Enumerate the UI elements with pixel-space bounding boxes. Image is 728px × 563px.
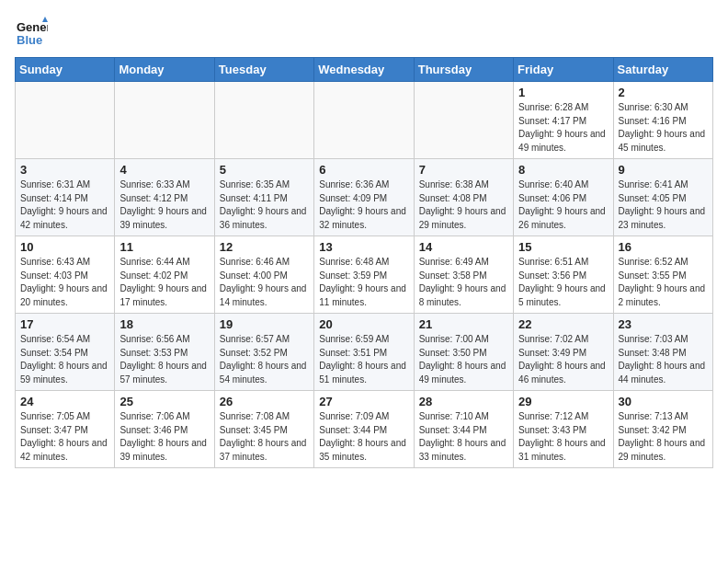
calendar-cell: 18Sunrise: 6:56 AM Sunset: 3:53 PM Dayli… xyxy=(115,314,214,391)
day-info: Sunrise: 6:36 AM Sunset: 4:09 PM Dayligh… xyxy=(319,178,408,232)
calendar-week-row: 17Sunrise: 6:54 AM Sunset: 3:54 PM Dayli… xyxy=(16,314,713,391)
calendar-cell xyxy=(414,82,513,159)
weekday-header-wednesday: Wednesday xyxy=(314,58,414,82)
day-info: Sunrise: 6:59 AM Sunset: 3:51 PM Dayligh… xyxy=(319,333,408,386)
day-number: 21 xyxy=(419,317,508,331)
day-number: 1 xyxy=(518,86,608,99)
day-number: 11 xyxy=(119,240,209,254)
day-number: 22 xyxy=(518,317,608,331)
day-info: Sunrise: 6:49 AM Sunset: 3:58 PM Dayligh… xyxy=(419,256,508,309)
day-info: Sunrise: 6:51 AM Sunset: 3:56 PM Dayligh… xyxy=(518,256,608,309)
calendar-cell: 3Sunrise: 6:31 AM Sunset: 4:14 PM Daylig… xyxy=(16,159,115,236)
calendar-cell: 27Sunrise: 7:09 AM Sunset: 3:44 PM Dayli… xyxy=(314,391,414,468)
calendar-cell: 9Sunrise: 6:41 AM Sunset: 4:05 PM Daylig… xyxy=(613,159,712,236)
calendar-cell: 19Sunrise: 6:57 AM Sunset: 3:52 PM Dayli… xyxy=(214,314,313,391)
calendar-cell: 24Sunrise: 7:05 AM Sunset: 3:47 PM Dayli… xyxy=(16,391,115,468)
day-number: 20 xyxy=(319,317,408,331)
calendar-cell: 23Sunrise: 7:03 AM Sunset: 3:48 PM Dayli… xyxy=(613,314,712,391)
day-info: Sunrise: 7:00 AM Sunset: 3:50 PM Dayligh… xyxy=(419,333,508,386)
weekday-header-monday: Monday xyxy=(115,58,214,82)
day-number: 26 xyxy=(220,395,309,408)
calendar-cell: 17Sunrise: 6:54 AM Sunset: 3:54 PM Dayli… xyxy=(16,314,115,391)
calendar-cell xyxy=(214,82,313,159)
day-info: Sunrise: 6:33 AM Sunset: 4:12 PM Dayligh… xyxy=(119,178,209,232)
calendar-cell: 1Sunrise: 6:28 AM Sunset: 4:17 PM Daylig… xyxy=(514,82,613,159)
calendar-cell: 29Sunrise: 7:12 AM Sunset: 3:43 PM Dayli… xyxy=(514,391,613,468)
day-info: Sunrise: 6:43 AM Sunset: 4:03 PM Dayligh… xyxy=(20,256,109,309)
day-number: 3 xyxy=(20,163,109,177)
day-number: 29 xyxy=(518,395,608,408)
day-info: Sunrise: 6:40 AM Sunset: 4:06 PM Dayligh… xyxy=(518,178,608,232)
day-number: 18 xyxy=(119,317,209,331)
day-number: 27 xyxy=(319,395,408,408)
logo: General Blue xyxy=(15,15,51,48)
svg-marker-2 xyxy=(42,17,48,22)
day-number: 9 xyxy=(619,163,708,177)
page-header: General Blue xyxy=(15,15,713,48)
svg-text:General: General xyxy=(17,20,48,34)
day-info: Sunrise: 6:35 AM Sunset: 4:11 PM Dayligh… xyxy=(220,178,309,232)
day-number: 14 xyxy=(419,240,508,254)
day-info: Sunrise: 6:57 AM Sunset: 3:52 PM Dayligh… xyxy=(220,333,309,386)
calendar-cell: 26Sunrise: 7:08 AM Sunset: 3:45 PM Dayli… xyxy=(214,391,313,468)
day-info: Sunrise: 7:10 AM Sunset: 3:44 PM Dayligh… xyxy=(419,410,508,464)
day-info: Sunrise: 6:44 AM Sunset: 4:02 PM Dayligh… xyxy=(119,256,209,309)
day-number: 17 xyxy=(20,317,109,331)
day-number: 8 xyxy=(518,163,608,177)
day-info: Sunrise: 6:31 AM Sunset: 4:14 PM Dayligh… xyxy=(20,178,109,232)
day-number: 7 xyxy=(419,163,508,177)
calendar-cell: 5Sunrise: 6:35 AM Sunset: 4:11 PM Daylig… xyxy=(214,159,313,236)
calendar-cell: 25Sunrise: 7:06 AM Sunset: 3:46 PM Dayli… xyxy=(115,391,214,468)
calendar-cell: 4Sunrise: 6:33 AM Sunset: 4:12 PM Daylig… xyxy=(115,159,214,236)
day-number: 12 xyxy=(220,240,309,254)
day-info: Sunrise: 7:02 AM Sunset: 3:49 PM Dayligh… xyxy=(518,333,608,386)
calendar-cell: 12Sunrise: 6:46 AM Sunset: 4:00 PM Dayli… xyxy=(214,236,313,314)
day-info: Sunrise: 6:52 AM Sunset: 3:55 PM Dayligh… xyxy=(619,256,708,309)
day-info: Sunrise: 7:08 AM Sunset: 3:45 PM Dayligh… xyxy=(220,410,309,464)
day-info: Sunrise: 7:13 AM Sunset: 3:42 PM Dayligh… xyxy=(619,410,708,464)
day-info: Sunrise: 6:30 AM Sunset: 4:16 PM Dayligh… xyxy=(619,101,708,155)
calendar-cell: 7Sunrise: 6:38 AM Sunset: 4:08 PM Daylig… xyxy=(414,159,513,236)
calendar-cell: 22Sunrise: 7:02 AM Sunset: 3:49 PM Dayli… xyxy=(514,314,613,391)
day-info: Sunrise: 7:03 AM Sunset: 3:48 PM Dayligh… xyxy=(619,333,708,386)
day-number: 10 xyxy=(20,240,109,254)
calendar-cell: 20Sunrise: 6:59 AM Sunset: 3:51 PM Dayli… xyxy=(314,314,414,391)
day-number: 5 xyxy=(220,163,309,177)
day-number: 30 xyxy=(619,395,708,408)
calendar-cell: 8Sunrise: 6:40 AM Sunset: 4:06 PM Daylig… xyxy=(514,159,613,236)
day-info: Sunrise: 6:48 AM Sunset: 3:59 PM Dayligh… xyxy=(319,256,408,309)
weekday-header-saturday: Saturday xyxy=(613,58,712,82)
calendar-cell: 28Sunrise: 7:10 AM Sunset: 3:44 PM Dayli… xyxy=(414,391,513,468)
day-info: Sunrise: 7:05 AM Sunset: 3:47 PM Dayligh… xyxy=(20,410,109,464)
calendar-cell: 15Sunrise: 6:51 AM Sunset: 3:56 PM Dayli… xyxy=(514,236,613,314)
day-number: 24 xyxy=(20,395,109,408)
weekday-header-sunday: Sunday xyxy=(16,58,115,82)
calendar-cell: 10Sunrise: 6:43 AM Sunset: 4:03 PM Dayli… xyxy=(16,236,115,314)
day-number: 13 xyxy=(319,240,408,254)
calendar-cell: 16Sunrise: 6:52 AM Sunset: 3:55 PM Dayli… xyxy=(613,236,712,314)
calendar-cell: 30Sunrise: 7:13 AM Sunset: 3:42 PM Dayli… xyxy=(613,391,712,468)
day-number: 2 xyxy=(619,86,708,99)
calendar-cell: 11Sunrise: 6:44 AM Sunset: 4:02 PM Dayli… xyxy=(115,236,214,314)
day-number: 4 xyxy=(119,163,209,177)
calendar-cell xyxy=(115,82,214,159)
logo-icon: General Blue xyxy=(15,15,48,48)
calendar-cell: 14Sunrise: 6:49 AM Sunset: 3:58 PM Dayli… xyxy=(414,236,513,314)
calendar-week-row: 1Sunrise: 6:28 AM Sunset: 4:17 PM Daylig… xyxy=(16,82,713,159)
calendar-cell: 2Sunrise: 6:30 AM Sunset: 4:16 PM Daylig… xyxy=(613,82,712,159)
weekday-header-friday: Friday xyxy=(514,58,613,82)
day-number: 19 xyxy=(220,317,309,331)
day-info: Sunrise: 7:09 AM Sunset: 3:44 PM Dayligh… xyxy=(319,410,408,464)
calendar-cell xyxy=(314,82,414,159)
day-number: 6 xyxy=(319,163,408,177)
day-number: 25 xyxy=(119,395,209,408)
day-number: 23 xyxy=(619,317,708,331)
calendar-week-row: 24Sunrise: 7:05 AM Sunset: 3:47 PM Dayli… xyxy=(16,391,713,468)
day-info: Sunrise: 6:46 AM Sunset: 4:00 PM Dayligh… xyxy=(220,256,309,309)
day-info: Sunrise: 7:06 AM Sunset: 3:46 PM Dayligh… xyxy=(119,410,209,464)
calendar-cell xyxy=(16,82,115,159)
calendar-table: SundayMondayTuesdayWednesdayThursdayFrid… xyxy=(15,57,713,468)
weekday-header-tuesday: Tuesday xyxy=(214,58,313,82)
day-info: Sunrise: 6:38 AM Sunset: 4:08 PM Dayligh… xyxy=(419,178,508,232)
day-number: 16 xyxy=(619,240,708,254)
